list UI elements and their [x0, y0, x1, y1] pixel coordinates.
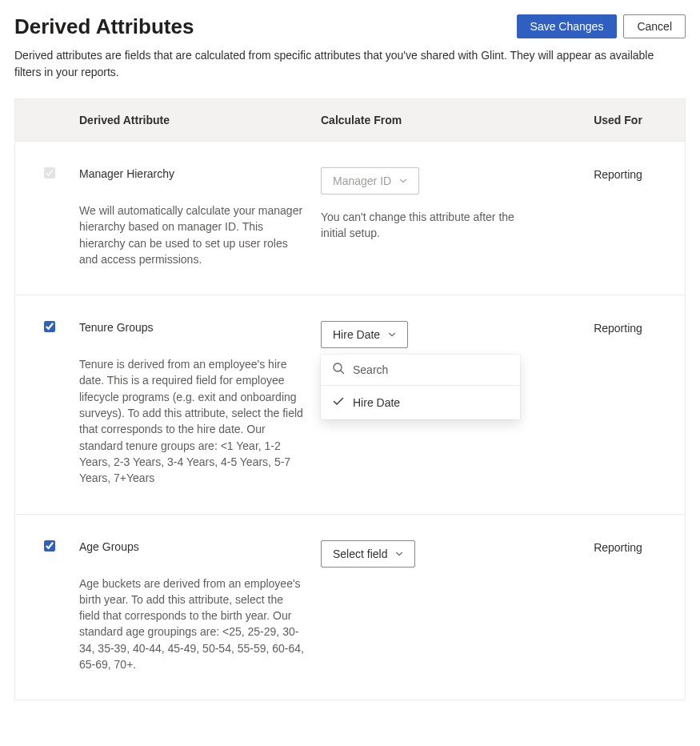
select-value: Manager ID	[333, 174, 391, 188]
calculate-from-select[interactable]: Select field	[321, 540, 415, 568]
dropdown-panel: Hire Date	[321, 355, 520, 419]
col-header-attribute: Derived Attribute	[79, 114, 321, 126]
dropdown-option-label: Hire Date	[353, 396, 400, 409]
svg-line-1	[341, 371, 344, 374]
page-subtitle: Derived attributes are fields that are c…	[14, 47, 678, 81]
attribute-title: Tenure Groups	[79, 321, 305, 334]
attribute-title: Age Groups	[79, 540, 305, 553]
chevron-down-icon	[399, 177, 407, 185]
cancel-button[interactable]: Cancel	[623, 14, 686, 38]
table-row: Tenure Groups Tenure is derived from an …	[15, 295, 685, 514]
dropdown-search	[321, 355, 520, 386]
page-title: Derived Attributes	[14, 14, 194, 39]
used-for-value: Reporting	[594, 322, 642, 335]
attribute-description: Tenure is derived from an employee's hir…	[79, 356, 305, 486]
table-row: Manager Hierarchy We will automatically …	[15, 142, 685, 295]
chevron-down-icon	[395, 550, 403, 558]
row-checkbox[interactable]	[44, 321, 55, 332]
used-for-value: Reporting	[594, 168, 642, 181]
search-icon	[332, 362, 345, 378]
dropdown-search-input[interactable]	[353, 363, 509, 376]
header-actions: Save Changes Cancel	[517, 14, 686, 38]
col-header-calculate: Calculate From	[321, 114, 551, 126]
select-value: Hire Date	[333, 327, 380, 342]
row-checkbox	[44, 167, 55, 178]
col-header-used: Used For	[551, 114, 685, 126]
dropdown-option[interactable]: Hire Date	[321, 386, 520, 419]
attribute-title: Manager Hierarchy	[79, 167, 305, 180]
derived-attributes-table: Derived Attribute Calculate From Used Fo…	[14, 98, 686, 700]
table-row: Age Groups Age buckets are derived from …	[15, 515, 685, 700]
table-header-row: Derived Attribute Calculate From Used Fo…	[15, 99, 685, 142]
calculate-note: You can't change this attribute after th…	[321, 209, 521, 242]
svg-point-0	[334, 363, 342, 371]
save-button[interactable]: Save Changes	[517, 14, 618, 38]
used-for-value: Reporting	[594, 541, 642, 554]
calculate-from-select[interactable]: Hire Date	[321, 321, 408, 348]
select-value: Select field	[333, 547, 387, 561]
calculate-from-select: Manager ID	[321, 167, 419, 195]
row-checkbox[interactable]	[44, 540, 55, 551]
attribute-description: Age buckets are derived from an employee…	[79, 576, 305, 673]
attribute-description: We will automatically calculate your man…	[79, 203, 305, 267]
chevron-down-icon	[388, 331, 396, 339]
check-icon	[332, 395, 345, 410]
